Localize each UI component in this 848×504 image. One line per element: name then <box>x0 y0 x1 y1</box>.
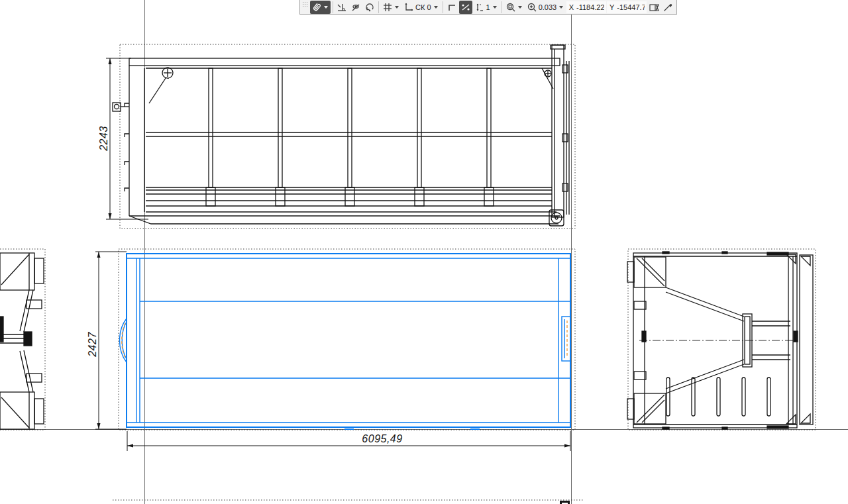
separator <box>502 1 502 13</box>
dropdown-caret <box>324 6 328 9</box>
zoom-area-icon <box>505 2 516 13</box>
handle-detail <box>120 319 127 362</box>
detail-scale-select[interactable]: 1 <box>473 1 500 14</box>
latch-detail <box>562 317 570 361</box>
dropdown-caret <box>434 6 438 9</box>
view-boundary <box>119 249 575 430</box>
dim-text-6095: 6095,49 <box>362 433 402 444</box>
x-label: X <box>568 3 574 11</box>
y-label: Y <box>609 3 615 11</box>
container-plan-geometry <box>120 254 571 430</box>
zoom-scale-control[interactable]: 0.033 <box>525 1 566 14</box>
rotate-snap-button[interactable] <box>363 1 376 14</box>
eyedropper-icon <box>662 2 673 13</box>
grid-icon <box>382 2 393 13</box>
dimension-6095[interactable]: 6095,49 <box>127 431 570 451</box>
y-value: -15447.7 <box>616 3 645 11</box>
snap-clip-icon <box>311 2 322 13</box>
angle-snap-button[interactable] <box>349 1 362 14</box>
coordinate-system-select[interactable]: СК 0 <box>402 1 441 14</box>
dropdown-caret <box>559 6 563 9</box>
container-side-geometry <box>113 45 569 226</box>
dimension-2427[interactable]: 2427 <box>87 252 127 429</box>
scale-value: 1 <box>486 3 491 11</box>
eyedropper-button[interactable] <box>661 1 674 14</box>
corner-icon <box>447 2 457 13</box>
separator <box>443 1 443 13</box>
ortho-dots-icon <box>460 2 471 13</box>
rear-view-partial[interactable] <box>0 245 53 437</box>
post-top-peek <box>560 501 570 504</box>
scale-ruler-icon <box>474 2 485 13</box>
zoom-area-button[interactable] <box>504 1 525 14</box>
dropdown-caret <box>493 6 497 9</box>
dropdown-caret <box>395 6 399 9</box>
separator <box>378 1 379 13</box>
coordinate-axes-icon <box>403 2 414 13</box>
x-value: -1184.22 <box>576 3 604 11</box>
dropdown-caret <box>518 6 522 9</box>
y-coordinate-field[interactable]: Y -15447.7 <box>607 1 647 13</box>
angle-snap-icon <box>350 2 361 13</box>
perpendicular-snap-icon <box>337 2 347 13</box>
plan-view-selected[interactable]: 2427 6095,49 <box>83 245 576 457</box>
door-strip <box>786 254 813 425</box>
drain-slots <box>666 378 770 416</box>
x-coordinate-field[interactable]: X -1184.22 <box>566 1 606 13</box>
frame-hourglass-button[interactable] <box>647 1 661 14</box>
underside-geometry <box>627 252 813 429</box>
zoom-value: 0.033 <box>538 3 557 11</box>
dim-text-2427: 2427 <box>87 332 98 358</box>
bottom-view-partial[interactable] <box>109 497 586 504</box>
side-view[interactable]: 2243 <box>93 37 583 236</box>
rotate-snap-icon <box>364 2 375 13</box>
dim-text-2243: 2243 <box>98 126 109 152</box>
grid-toggle-button[interactable] <box>381 1 401 14</box>
cad-canvas: { "toolbar": { "cs_value": "СК 0", "deta… <box>0 0 848 504</box>
separator <box>333 1 333 13</box>
side-posts <box>209 68 491 187</box>
toolbar-grip[interactable] <box>302 1 308 7</box>
frame-hourglass-icon <box>649 2 659 13</box>
dimension-2243[interactable]: 2243 <box>98 58 148 219</box>
current-state-toolbar: СК 0 1 <box>299 0 677 15</box>
snap-settings-button[interactable] <box>310 1 331 14</box>
underside-view[interactable] <box>623 246 822 438</box>
rear-geometry <box>0 253 44 429</box>
corner-mode-button[interactable] <box>445 1 458 14</box>
perpendicular-snap-button[interactable] <box>335 1 348 14</box>
zoom-in-icon <box>527 2 537 13</box>
ortho-mode-button[interactable] <box>459 1 472 14</box>
cs-value: СК 0 <box>415 3 432 11</box>
